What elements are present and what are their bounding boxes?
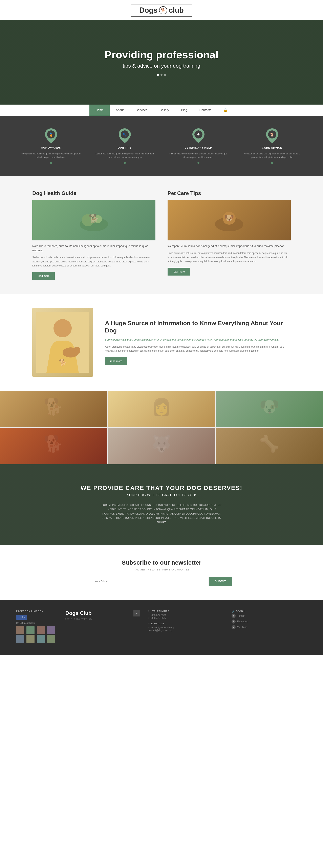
newsletter-email-input[interactable] — [91, 577, 209, 586]
fb-avatar-8 — [47, 635, 55, 643]
social-facebook-label: Facebook — [237, 620, 248, 623]
hero-dot-2[interactable] — [161, 74, 162, 76]
fb-avatar-5 — [16, 635, 24, 643]
feature-awards-icon: 🏅 — [44, 128, 58, 144]
hero-dot-1[interactable] — [157, 74, 159, 76]
feature-vet-text: I Illo dignissimos ducimus qui blandiis … — [167, 152, 229, 159]
fb-avatars-grid — [16, 626, 57, 643]
social-facebook[interactable]: f Facebook — [231, 620, 307, 624]
feature-tips-text: Epidermos ducimus qui blandiis presen to… — [94, 152, 156, 159]
svg-text:🐶: 🐶 — [259, 397, 280, 416]
newsletter-subtitle: AND GET THE LATEST NEWS AND UPDATES — [40, 568, 283, 571]
gallery-item-4[interactable]: 🐕 — [0, 428, 107, 464]
email-icon: ✉ — [148, 622, 150, 625]
info-body: Aenei architecto beatae vitae dictaoeet … — [105, 345, 291, 353]
svg-text:🐕: 🐕 — [59, 359, 67, 366]
feature-vet-title: VETERINARY HELP — [167, 146, 229, 149]
site-footer: FACEBOOK LIKE BOX f Like 59, 358 people … — [0, 600, 323, 655]
gallery-item-2[interactable]: 👩 — [108, 391, 215, 427]
nav-home[interactable]: Home — [90, 104, 109, 116]
gallery-item-1[interactable]: 🐕 — [0, 391, 107, 427]
svg-point-18 — [73, 347, 80, 354]
hero-dots — [157, 74, 166, 76]
feature-awards: 🏅 OUR AWARDS Illo dignissimos ducimus qu… — [16, 128, 86, 164]
article-dog-health-lead: Nam libero tempore, cum soluta nobisinel… — [32, 244, 156, 252]
hero-subtitle: tips & advice on your dog training — [123, 63, 200, 69]
hero-section: Providing professional tips & advice on … — [0, 20, 323, 104]
article-pet-care-read-more[interactable]: read more — [167, 268, 190, 276]
newsletter-title: Subscribe to our newsletter — [40, 559, 283, 566]
info-read-more[interactable]: read more — [105, 357, 127, 365]
articles-section: Dog Health Guide 🐕 Nam libero tempore, c… — [0, 176, 323, 294]
article-pet-care-image: 🐶 — [167, 200, 291, 240]
feature-tips-icon: 🐾 — [118, 128, 132, 144]
footer-logo-section: Dogs Club © 2012 PRIVACY POLICY ▲ — [65, 610, 140, 643]
social-youtube-label: You Tube — [237, 626, 247, 629]
footer-social-section: 🔗 Social t Tumblr f Facebook ▶ You Tube — [231, 610, 307, 643]
youtube-icon: ▶ — [231, 625, 235, 629]
nav-contacts[interactable]: Contacts — [193, 104, 218, 116]
feature-tips-dot — [124, 162, 126, 164]
svg-text:🦴: 🦴 — [259, 434, 280, 454]
footer-privacy-link[interactable]: PRIVACY POLICY — [74, 618, 93, 620]
article-dog-health-body: Sed ut perspiciatis unde omnis iste natu… — [32, 255, 156, 268]
feature-care: 🐕 CARE ADVICE Accusamus et iusto olio di… — [237, 128, 307, 164]
info-image: 🐕 — [32, 308, 93, 377]
footer-logo-text: Dogs Club — [65, 610, 92, 616]
site-header: Dogs 🐕 club — [0, 0, 323, 20]
nav-blog[interactable]: Blog — [175, 104, 193, 116]
svg-text:🐺: 🐺 — [152, 434, 171, 454]
feature-awards-text: Illo dignissimos ducimus qui blandiis pr… — [20, 152, 82, 159]
svg-text:🐕: 🐕 — [270, 132, 274, 137]
svg-text:🏅: 🏅 — [49, 132, 54, 137]
fb-icon: f — [19, 616, 19, 619]
gallery-grid: 🐕 👩 🐶 🐕 🐺 🦴 — [0, 391, 323, 464]
tumblr-icon: t — [231, 614, 235, 618]
nav-about[interactable]: About — [109, 104, 130, 116]
article-dog-health-read-more[interactable]: read more — [32, 272, 55, 280]
feature-care-icon: 🐕 — [265, 128, 279, 144]
feature-tips-title: OUR TIPS — [94, 146, 156, 149]
newsletter-section: Subscribe to our newsletter AND GET THE … — [0, 545, 323, 600]
hero-dot-3[interactable] — [164, 74, 166, 76]
features-section: 🏅 OUR AWARDS Illo dignissimos ducimus qu… — [0, 116, 323, 176]
fb-count: 59, 358 people like. — [16, 622, 57, 624]
scroll-to-top-button[interactable]: ▲ — [133, 610, 140, 617]
fb-avatar-3 — [37, 626, 45, 634]
svg-text:🐕: 🐕 — [43, 434, 64, 454]
nav-lock-icon[interactable]: 🔒 — [218, 104, 233, 116]
footer-email-1: manager@dogsclub.org — [148, 626, 223, 629]
nav-gallery[interactable]: Gallery — [154, 104, 175, 116]
newsletter-form: SUBMIT — [91, 577, 232, 586]
footer-contact-section: 📞 TELEPHONES +1 800 622 6301 +1 800 412 … — [148, 610, 223, 643]
gallery-item-3[interactable]: 🐶 — [216, 391, 323, 427]
fb-avatar-4 — [47, 626, 55, 634]
footer-fb-title: FACEBOOK LIKE BOX — [16, 610, 57, 613]
svg-text:👩: 👩 — [152, 397, 171, 416]
feature-tips: 🐾 OUR TIPS Epidermos ducimus qui blandii… — [90, 128, 160, 164]
main-nav[interactable]: Home About Services Gallery Blog Contact… — [0, 104, 323, 116]
feature-vet-dot — [197, 162, 199, 164]
gallery-item-6[interactable]: 🦴 — [216, 428, 323, 464]
newsletter-submit-button[interactable]: SUBMIT — [209, 577, 232, 586]
site-logo[interactable]: Dogs 🐕 club — [131, 4, 192, 17]
cta-section: WE PROVIDE CARE THAT YOUR DOG DESERVES! … — [0, 464, 323, 545]
cta-subtitle: YOUR DOG WILL BE GRATEFUL TO YOU! — [40, 493, 283, 497]
feature-awards-dot — [50, 162, 52, 164]
footer-copyright: © 2012 PRIVACY POLICY — [65, 618, 92, 620]
gallery-section: 🐕 👩 🐶 🐕 🐺 🦴 — [0, 391, 323, 464]
social-youtube[interactable]: ▶ You Tube — [231, 625, 307, 629]
footer-email-label: ✉ E-Mail Us — [148, 622, 223, 625]
nav-services[interactable]: Services — [130, 104, 154, 116]
svg-text:🐾: 🐾 — [123, 132, 127, 137]
info-lead: Sed et perspiciatis unde omnis iste natu… — [105, 338, 291, 342]
cta-body: LOREM IPSUM DOLOR SIT AMET, CONSECTETUR … — [101, 503, 222, 525]
feature-vet-icon: + — [191, 128, 205, 144]
gallery-item-5[interactable]: 🐺 — [108, 428, 215, 464]
footer-phone-1: +1 800 622 6301 — [148, 614, 223, 617]
footer-grid: FACEBOOK LIKE BOX f Like 59, 358 people … — [16, 610, 307, 643]
social-tumblr[interactable]: t Tumblr — [231, 614, 307, 618]
footer-email-2: contact@dogsclub.org — [148, 629, 223, 632]
features-grid: 🏅 OUR AWARDS Illo dignissimos ducimus qu… — [16, 128, 307, 164]
fb-like-button[interactable]: f Like — [16, 615, 27, 620]
